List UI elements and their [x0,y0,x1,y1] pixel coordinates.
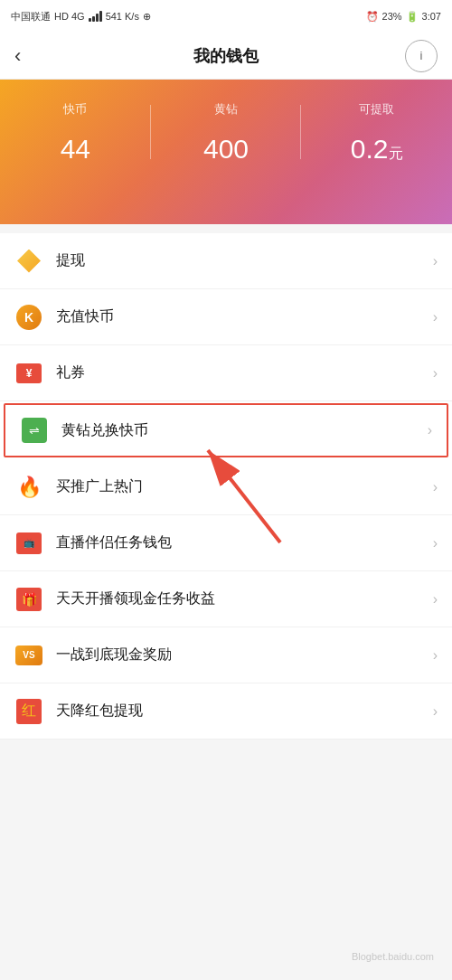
watermark: Blogbet.baidu.com [352,951,434,962]
menu-label-withdraw: 提现 [56,251,433,270]
arrow-icon-live-partner: › [433,535,438,551]
wallet-label-2: 可提取 [359,101,394,118]
diamond-icon [17,250,41,273]
icon-wrapper-red-packet: 红 [14,697,43,726]
alarm-icon: ⏰ [366,11,379,23]
menu-item-promote[interactable]: 🔥 买推广上热门 › [0,459,452,515]
menu-item-coupon[interactable]: ¥ 礼券 › [0,345,452,401]
nav-bar: ‹ 我的钱包 i [0,33,452,80]
menu-label-promote: 买推广上热门 [56,477,433,496]
battery-icon: 🔋 [406,11,419,23]
icon-wrapper-exchange: ⇌ [20,416,49,445]
icon-wrapper-promote: 🔥 [14,473,43,502]
menu-label-recharge: 充值快币 [56,307,433,326]
time-label: 3:07 [422,11,441,22]
icon-wrapper-daily-broadcast: 🎁 [14,585,43,614]
signal-bars [89,11,102,22]
back-button[interactable]: ‹ [14,44,47,68]
icon-wrapper-recharge: K [14,303,43,332]
wallet-label-0: 快币 [63,101,87,118]
menu-label-live-partner: 直播伴侣任务钱包 [56,533,433,552]
status-bar: 中国联通 HD 4G 541 K/s ⊕ ⏰ 23% 🔋 3:07 [0,0,452,33]
wallet-stat-可提取: 可提取 0.2元 [301,101,452,165]
icon-wrapper-battle: VS [14,641,43,670]
icon-wrapper-live-partner: 📺 [14,529,43,558]
redpacket-icon: 红 [16,699,42,724]
arrow-icon-exchange: › [428,422,432,438]
wifi-icon: ⊕ [143,11,151,23]
fire-icon: 🔥 [16,475,42,500]
exchange-icon: ⇌ [22,418,47,443]
arrow-icon-promote: › [433,479,438,495]
live-icon: 📺 [16,532,42,554]
icon-wrapper-withdraw [14,247,43,276]
wallet-label-1: 黄钻 [214,101,238,118]
menu-label-exchange: 黄钻兑换快币 [61,421,428,440]
arrow-icon-recharge: › [433,309,438,325]
menu-item-exchange[interactable]: ⇌ 黄钻兑换快币 › [4,403,448,457]
signal-label: HD 4G [54,11,85,22]
status-right: ⏰ 23% 🔋 3:07 [366,11,441,23]
arrow-icon-battle: › [433,647,438,664]
wallet-value-0: 44 [61,134,90,165]
menu-item-recharge[interactable]: K 充值快币 › [0,289,452,345]
wallet-value-1: 400 [203,134,249,165]
menu-label-battle: 一战到底现金奖励 [56,645,433,664]
arrow-icon-red-packet: › [433,703,438,720]
arrow-icon-daily-broadcast: › [433,591,438,608]
menu-item-red-packet[interactable]: 红 天降红包提现 › [0,683,452,740]
wallet-value-2: 0.2元 [351,134,403,165]
gift-icon: 🎁 [16,588,42,611]
wallet-stat-快币: 快币 44 [0,101,151,165]
carrier-label: 中国联通 [11,10,51,24]
page-title: 我的钱包 [193,45,259,67]
coupon-icon: ¥ [16,363,42,383]
menu-item-daily-broadcast[interactable]: 🎁 天天开播领现金任务收益 › [0,571,452,627]
wallet-banner: 快币 44 黄钻 400 可提取 0.2元 [0,80,452,224]
menu-list: 提现 › K 充值快币 › ¥ 礼券 › ⇌ 黄钻兑换快币 › 🔥 买推广上热门… [0,233,452,740]
arrow-icon-withdraw: › [433,253,438,269]
status-left: 中国联通 HD 4G 541 K/s ⊕ [11,10,151,24]
k-icon: K [16,305,42,330]
menu-label-daily-broadcast: 天天开播领现金任务收益 [56,589,433,608]
menu-item-live-partner[interactable]: 📺 直播伴侣任务钱包 › [0,515,452,571]
battery-label: 23% [382,11,402,22]
menu-item-battle[interactable]: VS 一战到底现金奖励 › [0,627,452,683]
network-speed: 541 K/s [106,11,139,22]
wallet-stat-黄钻: 黄钻 400 [151,101,302,165]
menu-label-coupon: 礼券 [56,363,433,382]
icon-wrapper-coupon: ¥ [14,359,43,388]
vs-icon: VS [15,645,42,665]
info-button[interactable]: i [405,40,438,72]
arrow-icon-coupon: › [433,365,438,382]
menu-item-withdraw[interactable]: 提现 › [0,233,452,289]
menu-label-red-packet: 天降红包提现 [56,702,433,721]
